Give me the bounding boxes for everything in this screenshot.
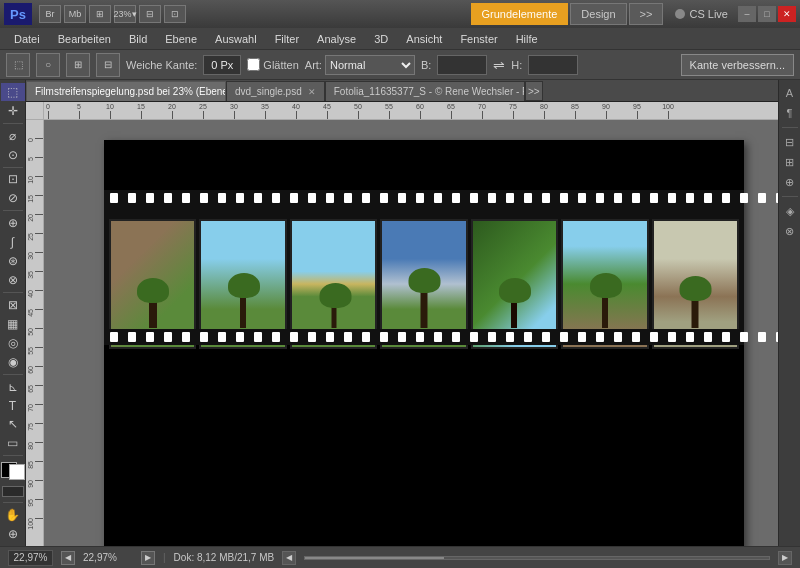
sprocket-hole-bottom-24 (542, 332, 550, 342)
doc-canvas[interactable] (44, 120, 778, 546)
weiche-kante-input[interactable] (203, 55, 241, 75)
selection-subtract[interactable]: ⊟ (96, 53, 120, 77)
tool-gradient[interactable]: ▦ (1, 315, 25, 333)
art-select[interactable]: Normal Festgelegt Feste Größe (325, 55, 415, 75)
close-button[interactable]: ✕ (778, 6, 796, 22)
workspace-tab-grundelemente[interactable]: Grundelemente (471, 3, 569, 25)
sprocket-hole-top-21 (488, 193, 496, 203)
tool-zoom[interactable]: ⊕ (1, 525, 25, 543)
tool-dodge[interactable]: ◉ (1, 353, 25, 371)
sprocket-hole-bottom-26 (578, 332, 586, 342)
zoom-pct-btn[interactable]: 23%▾ (114, 5, 136, 23)
tool-shape[interactable]: ▭ (1, 434, 25, 452)
workspace-tab-more[interactable]: >> (629, 3, 664, 25)
doc-tabs-more[interactable]: >> (525, 81, 543, 101)
status-arrow-left[interactable]: ◀ (61, 551, 75, 565)
minibridge-btn[interactable]: Mb (64, 5, 86, 23)
screen-mode-btn[interactable]: ⊟ (139, 5, 161, 23)
zoom-input[interactable] (8, 550, 53, 566)
tool-sep-3 (3, 210, 23, 211)
menu-item-analyse[interactable]: Analyse (309, 31, 364, 47)
frame-6-tree (602, 293, 608, 328)
doc-tab-dvd[interactable]: dvd_single.psd ✕ (226, 81, 325, 101)
tool-healing[interactable]: ⊕ (1, 214, 25, 232)
sprocket-hole-bottom-9 (272, 332, 280, 342)
tool-hand[interactable]: ✋ (1, 506, 25, 524)
sprocket-hole-top-34 (722, 193, 730, 203)
tool-history-brush[interactable]: ⊗ (1, 271, 25, 289)
panel-icon-paragraph[interactable]: ¶ (781, 104, 799, 122)
menu-item-fenster[interactable]: Fenster (452, 31, 505, 47)
selection-type-round[interactable]: ○ (36, 53, 60, 77)
scroll-track[interactable] (304, 556, 770, 560)
sprocket-hole-top-33 (704, 193, 712, 203)
panel-icon-masks[interactable]: ⊗ (781, 222, 799, 240)
panel-sep-2 (782, 196, 798, 197)
panel-icon-adjustments[interactable]: ◈ (781, 202, 799, 220)
menu-item-bearbeiten[interactable]: Bearbeiten (50, 31, 119, 47)
glatten-checkbox[interactable] (247, 58, 260, 71)
tool-blur[interactable]: ◎ (1, 334, 25, 352)
cs-live-label[interactable]: CS Live (689, 8, 728, 20)
sprocket-hole-bottom-11 (308, 332, 316, 342)
tool-path-selection[interactable]: ↖ (1, 416, 25, 434)
ruler-left: 0510152025303540455055606570758085909510… (26, 120, 44, 546)
sprocket-hole-bottom-4 (182, 332, 190, 342)
kante-verbessern-button[interactable]: Kante verbessern... (681, 54, 794, 76)
quick-mask-mode[interactable] (2, 486, 24, 497)
nav-next-btn[interactable]: ▶ (778, 551, 792, 565)
panel-icon-paths[interactable]: ⊕ (781, 173, 799, 191)
status-arrow-right[interactable]: ▶ (141, 551, 155, 565)
tool-brush[interactable]: ∫ (1, 233, 25, 251)
titlebar: Ps Br Mb ⊞ 23%▾ ⊟ ⊡ Grundelemente Design… (0, 0, 800, 28)
sprocket-hole-top-32 (686, 193, 694, 203)
tool-crop[interactable]: ⊡ (1, 170, 25, 188)
menu-item-3d[interactable]: 3D (366, 31, 396, 47)
menu-item-ansicht[interactable]: Ansicht (398, 31, 450, 47)
menu-item-hilfe[interactable]: Hilfe (508, 31, 546, 47)
document-canvas[interactable] (104, 140, 744, 546)
canvas-area[interactable]: 0510152025303540455055606570758085909510… (26, 102, 778, 546)
tool-quick-select[interactable]: ⊙ (1, 146, 25, 164)
tool-move[interactable]: ✛ (1, 102, 25, 120)
tool-pen[interactable]: ⊾ (1, 378, 25, 396)
menu-item-bild[interactable]: Bild (121, 31, 155, 47)
doc-tab-fotolia[interactable]: Fotolia_11635377_S - © Rene Wechsler - F… (325, 81, 525, 101)
tool-marquee[interactable]: ⬚ (1, 83, 25, 101)
nav-prev-btn[interactable]: ◀ (282, 551, 296, 565)
panel-icon-layers[interactable]: ⊟ (781, 133, 799, 151)
menu-item-datei[interactable]: Datei (6, 31, 48, 47)
tool-lasso[interactable]: ⌀ (1, 127, 25, 145)
selection-type-rect[interactable]: ⬚ (6, 53, 30, 77)
doc-tabs: Filmstreifenspiegelung.psd bei 23% (Eben… (26, 80, 778, 102)
panel-icon-type[interactable]: A (781, 84, 799, 102)
sprocket-hole-top-16 (398, 193, 406, 203)
tool-clone-stamp[interactable]: ⊛ (1, 252, 25, 270)
frame-4-tree (420, 288, 427, 328)
arrange-btn[interactable]: ⊞ (89, 5, 111, 23)
menu-item-ebene[interactable]: Ebene (157, 31, 205, 47)
h-input[interactable] (528, 55, 578, 75)
minimize-button[interactable]: – (738, 6, 756, 22)
workspace-tab-design[interactable]: Design (570, 3, 626, 25)
tool-eyedropper[interactable]: ⊘ (1, 189, 25, 207)
cs-live-section: CS Live (675, 8, 728, 20)
b-input[interactable] (437, 55, 487, 75)
extras-btn[interactable]: ⊡ (164, 5, 186, 23)
panel-icon-channels[interactable]: ⊞ (781, 153, 799, 171)
background-color[interactable] (9, 464, 25, 480)
menu-item-auswahl[interactable]: Auswahl (207, 31, 265, 47)
tool-type[interactable]: T (1, 397, 25, 415)
tool-eraser[interactable]: ⊠ (1, 296, 25, 314)
swap-icon[interactable]: ⇌ (493, 57, 505, 73)
sprocket-hole-bottom-10 (290, 332, 298, 342)
bridge-btn[interactable]: Br (39, 5, 61, 23)
doc-tab-dvd-close[interactable]: ✕ (308, 87, 316, 97)
selection-add[interactable]: ⊞ (66, 53, 90, 77)
doc-tab-filmstreifen[interactable]: Filmstreifenspiegelung.psd bei 23% (Eben… (26, 81, 226, 101)
sprocket-hole-top-4 (182, 193, 190, 203)
color-swatches[interactable] (1, 462, 25, 480)
menu-item-filter[interactable]: Filter (267, 31, 307, 47)
sprocket-hole-bottom-7 (236, 332, 244, 342)
maximize-button[interactable]: □ (758, 6, 776, 22)
